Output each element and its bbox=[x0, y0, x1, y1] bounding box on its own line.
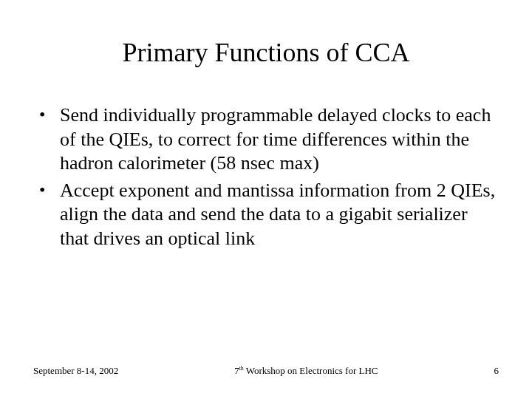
footer-event: 7th Workshop on Electronics for LHC bbox=[118, 365, 494, 377]
footer-page-number: 6 bbox=[494, 365, 499, 377]
bullet-item: Accept exponent and mantissa information… bbox=[39, 179, 499, 251]
footer-date: September 8-14, 2002 bbox=[33, 365, 118, 377]
bullet-item: Send individually programmable delayed c… bbox=[39, 103, 499, 176]
bullet-list: Send individually programmable delayed c… bbox=[33, 103, 499, 250]
slide-title: Primary Functions of CCA bbox=[33, 37, 499, 68]
slide-footer: September 8-14, 2002 7th Workshop on Ele… bbox=[33, 365, 499, 377]
